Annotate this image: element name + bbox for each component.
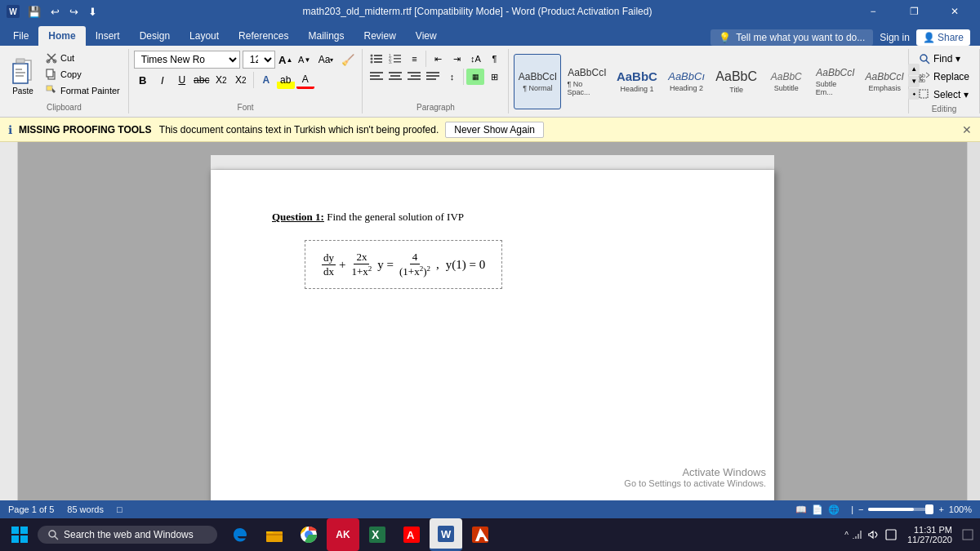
copy-label: Copy <box>60 69 82 79</box>
bullets-button[interactable] <box>368 51 385 67</box>
tab-view[interactable]: View <box>406 26 447 46</box>
share-button[interactable]: 👤Share <box>916 29 970 46</box>
tab-design[interactable]: Design <box>130 26 180 46</box>
svg-rect-14 <box>374 58 382 60</box>
font-size-select[interactable]: 12 <box>243 51 275 69</box>
taskbar-right: ^ 11:31 PM 11/27/2020 <box>844 525 973 544</box>
restore-button[interactable]: ❐ <box>895 0 933 23</box>
plus-sign: + <box>339 258 345 272</box>
style-subtitle[interactable]: AaBbC Subtitle <box>763 54 810 109</box>
align-left-button[interactable] <box>368 69 385 85</box>
file-explorer-app[interactable] <box>258 518 291 551</box>
dy-denominator: dx <box>322 265 336 278</box>
show-desktop-icon[interactable] <box>962 529 973 540</box>
web-layout-icon[interactable]: 🌐 <box>828 504 840 515</box>
tell-me-box[interactable]: 💡 Tell me what you want to do... <box>710 29 873 46</box>
select-button[interactable]: Select ▾ <box>914 87 974 103</box>
print-layout-icon[interactable]: 📄 <box>812 504 823 515</box>
paste-button[interactable]: Paste <box>5 51 41 101</box>
tab-layout[interactable]: Layout <box>180 26 229 46</box>
increase-indent-button[interactable]: ⇥ <box>448 51 466 67</box>
style-emphasis[interactable]: AaBbCcI Emphasis <box>861 54 908 109</box>
decrease-font-button[interactable]: A▼ <box>296 51 313 68</box>
document-scroll[interactable]: Question 1: Find the general solution of… <box>18 142 967 500</box>
style-no-spacing[interactable]: AaBbCcI ¶ No Spac... <box>563 54 611 109</box>
superscript-button[interactable]: X2 <box>232 71 250 89</box>
never-show-button[interactable]: Never Show Again <box>445 122 544 138</box>
shading-button[interactable]: ▦ <box>466 69 484 85</box>
font-family-select[interactable]: Times New Ro <box>134 51 240 69</box>
close-button[interactable]: ✕ <box>936 0 973 23</box>
svg-point-35 <box>920 55 927 61</box>
tab-mailings[interactable]: Mailings <box>298 26 354 46</box>
strikethrough-button[interactable]: abc <box>193 71 211 89</box>
style-heading1[interactable]: AaBbC Heading 1 <box>612 54 661 109</box>
undo-quick-btn[interactable]: ↩ <box>47 4 63 20</box>
ak-app[interactable]: AK <box>327 518 359 551</box>
align-center-button[interactable] <box>386 69 404 85</box>
vertical-scrollbar[interactable] <box>967 142 980 500</box>
decrease-indent-button[interactable]: ⇤ <box>429 51 447 67</box>
style-heading2[interactable]: AaBbCı Heading 2 <box>663 54 710 109</box>
show-marks-button[interactable]: ¶ <box>485 51 503 67</box>
find-button[interactable]: Find ▾ <box>914 51 974 67</box>
zoom-out-icon[interactable]: − <box>858 504 863 514</box>
font-color-button[interactable]: A <box>296 71 314 89</box>
minimize-button[interactable]: − <box>854 0 892 23</box>
extra-app[interactable] <box>464 518 497 551</box>
customize-quick-btn[interactable]: ⬇ <box>85 4 100 20</box>
numbering-button[interactable]: 1.2.3. <box>386 51 404 67</box>
word-app[interactable]: W <box>430 518 462 551</box>
svg-rect-42 <box>11 535 19 543</box>
clear-format-button[interactable]: 🧹 <box>339 51 357 69</box>
highlight-button[interactable]: ab <box>277 71 295 89</box>
svg-rect-57 <box>963 530 973 540</box>
window-controls: − ❐ ✕ <box>854 0 973 23</box>
tab-review[interactable]: Review <box>354 26 405 46</box>
increase-font-button[interactable]: A▲ <box>278 51 294 68</box>
subscript-button[interactable]: X2 <box>212 71 230 89</box>
copy-button[interactable]: Copy <box>42 67 123 82</box>
svg-rect-12 <box>374 55 382 56</box>
excel-app[interactable]: X <box>361 518 394 551</box>
save-quick-btn[interactable]: 💾 <box>24 4 44 20</box>
read-mode-icon[interactable]: 📖 <box>795 504 807 515</box>
system-tray-chevron[interactable]: ^ <box>844 531 849 540</box>
chrome-app[interactable] <box>292 518 325 551</box>
tab-home[interactable]: Home <box>38 26 85 46</box>
zoom-slider[interactable] <box>868 508 933 511</box>
4-numerator: 4 <box>410 251 421 264</box>
zoom-in-icon[interactable]: + <box>938 504 943 514</box>
justify-button[interactable] <box>424 69 442 85</box>
italic-button[interactable]: I <box>154 71 172 89</box>
taskbar-search[interactable]: Search the web and Windows <box>38 526 217 544</box>
style-title[interactable]: AaBbC Title <box>712 54 761 109</box>
bold-button[interactable]: B <box>134 71 152 89</box>
align-right-button[interactable] <box>405 69 423 85</box>
math-formula: dy dx + 2x 1+x2 y = <box>322 251 485 278</box>
borders-button[interactable]: ⊞ <box>485 69 503 85</box>
multilevel-list-button[interactable]: ≡ <box>405 51 423 67</box>
redo-quick-btn[interactable]: ↪ <box>66 4 82 20</box>
tab-file[interactable]: File <box>3 26 38 46</box>
signin-button[interactable]: Sign in <box>880 32 910 43</box>
tab-insert[interactable]: Insert <box>86 26 130 46</box>
tab-references[interactable]: References <box>229 26 298 46</box>
text-effects-button[interactable]: A <box>257 71 275 89</box>
style-subtle-em[interactable]: AaBbCcI Subtle Em... <box>812 54 859 109</box>
style-normal[interactable]: AaBbCcI ¶ Normal <box>514 54 561 109</box>
underline-button[interactable]: U <box>173 71 191 89</box>
format-painter-button[interactable]: Format Painter <box>42 83 123 98</box>
edge-app[interactable] <box>224 518 256 551</box>
replace-button[interactable]: abab Replace <box>914 69 974 85</box>
svg-rect-32 <box>426 72 439 73</box>
paste-icon <box>10 57 36 87</box>
change-case-button[interactable]: Aa▾ <box>315 52 337 67</box>
adobe-app[interactable]: A <box>395 518 428 551</box>
cut-button[interactable]: Cut <box>42 51 123 65</box>
line-spacing-button[interactable]: ↕ <box>443 69 461 85</box>
start-button[interactable] <box>7 522 33 548</box>
sort-button[interactable]: ↕A <box>466 51 484 67</box>
notification-close-button[interactable]: ✕ <box>962 123 972 136</box>
paragraph-group: 1.2.3. ≡ ⇤ ⇥ ↕A ¶ <box>363 49 509 113</box>
